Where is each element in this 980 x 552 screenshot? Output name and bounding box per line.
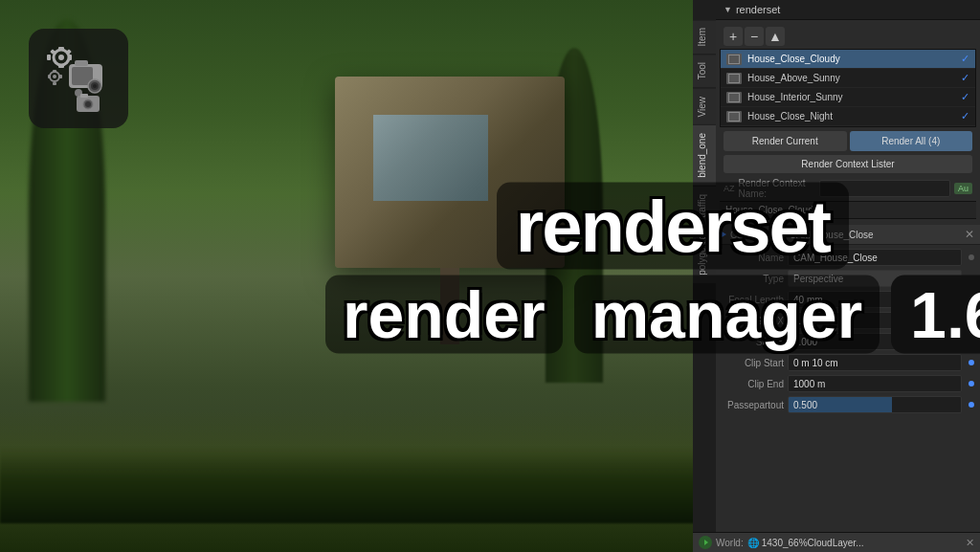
prop-dot-clipstart — [969, 360, 974, 365]
renderset-item-name-1: House_Above_Sunny — [747, 73, 955, 83]
world-close-button[interactable]: ✕ — [966, 537, 974, 549]
logo-area: renderset render manager 1.6 — [325, 182, 980, 353]
logo-icon-container — [29, 29, 128, 128]
renderset-icon — [40, 40, 117, 117]
sidebar-item-view[interactable]: View — [693, 88, 716, 125]
svg-rect-4 — [47, 55, 51, 60]
renderset-item-0[interactable]: House_Close_Cloudy ✓ — [721, 50, 975, 69]
svg-rect-13 — [59, 75, 62, 78]
prop-row-clipend: Clip End 1000 m — [716, 373, 980, 394]
prop-value-clipend[interactable]: 1000 m — [788, 375, 962, 392]
render-all-button[interactable]: Render All (4) — [850, 131, 973, 151]
prop-dot-passepartout — [969, 402, 974, 408]
svg-point-9 — [53, 75, 56, 78]
svg-rect-32 — [729, 113, 739, 121]
render-buttons: Render Current Render All (4) — [720, 127, 976, 155]
renderset-item-1[interactable]: House_Above_Sunny ✓ — [721, 69, 975, 88]
logo-renderset-text: renderset — [497, 182, 849, 269]
context-lister-button[interactable]: Render Context Lister — [724, 155, 972, 173]
prop-dot-clipend — [969, 381, 974, 386]
world-header: World: 🌐 1430_66%CloudLayer... ✕ — [716, 533, 980, 552]
renderset-toolbar: + − ▲ — [720, 24, 976, 49]
panel-header-label: renderset — [736, 4, 780, 15]
world-name: 1430_66%CloudLayer... — [762, 538, 864, 548]
prop-label-passepartout: Passepartout — [722, 400, 784, 410]
svg-rect-26 — [729, 55, 739, 63]
move-up-renderset-button[interactable]: ▲ — [766, 27, 785, 46]
add-renderset-button[interactable]: + — [724, 27, 743, 46]
renderset-item-check-1: ✓ — [961, 72, 969, 84]
renderset-item-name-2: House_Interior_Sunny — [747, 92, 955, 102]
renderset-item-name-0: House_Close_Cloudy — [747, 54, 955, 64]
renderset-item-check-2: ✓ — [961, 91, 969, 103]
world-name-area: 🌐 1430_66%CloudLayer... — [747, 538, 962, 548]
renderset-item-name-3: House_Close_Night — [747, 111, 955, 121]
logo-icon-bg — [29, 29, 128, 128]
prop-value-passepartout[interactable]: 0.500 — [788, 396, 962, 413]
svg-point-23 — [85, 101, 91, 107]
renderset-item-3[interactable]: House_Close_Night ✓ — [721, 107, 975, 126]
renderset-item-check-0: ✓ — [961, 53, 969, 65]
svg-point-18 — [93, 84, 97, 88]
svg-rect-3 — [58, 64, 64, 68]
svg-rect-19 — [75, 60, 88, 66]
renderset-item-2[interactable]: House_Interior_Sunny ✓ — [721, 88, 975, 107]
svg-rect-5 — [68, 55, 72, 60]
svg-rect-30 — [729, 94, 739, 101]
svg-rect-12 — [48, 75, 51, 78]
sidebar-item-item[interactable]: Item — [693, 19, 716, 54]
version-badge: 1.6 — [891, 275, 980, 353]
renderset-item-icon-1 — [726, 73, 742, 84]
renderset-item-icon-0 — [726, 54, 742, 65]
world-label: World: — [716, 538, 744, 548]
svg-point-1 — [58, 55, 64, 60]
logo-manager-text: manager — [574, 275, 880, 353]
prop-row-passepartout: Passepartout 0.500 — [716, 394, 980, 415]
prop-row-clipstart: Clip Start 0 m 10 cm — [716, 352, 980, 373]
renderset-list: House_Close_Cloudy ✓ House_Above_Sunny ✓… — [720, 49, 976, 127]
prop-value-clipstart[interactable]: 0 m 10 cm — [788, 354, 962, 371]
render-current-button[interactable]: Render Current — [724, 131, 847, 151]
svg-rect-24 — [80, 94, 88, 98]
sidebar-item-blend-one[interactable]: blend_one — [693, 124, 716, 186]
panel-triangle-icon: ▼ — [724, 5, 732, 14]
panel-header: ▼ renderset — [716, 0, 980, 20]
prop-label-clipend: Clip End — [722, 379, 784, 389]
renderset-item-check-3: ✓ — [961, 110, 969, 122]
renderset-item-icon-3 — [726, 111, 742, 122]
svg-rect-11 — [53, 82, 56, 85]
renderset-item-icon-2 — [726, 92, 742, 103]
grass-area — [0, 447, 699, 523]
world-section: World: 🌐 1430_66%CloudLayer... ✕ — [716, 532, 980, 552]
prop-label-clipstart: Clip Start — [722, 358, 784, 368]
remove-renderset-button[interactable]: − — [745, 27, 764, 46]
logo-line2: render manager 1.6 — [325, 275, 980, 353]
world-icon: 🌐 — [747, 538, 759, 548]
logo-line1: renderset — [325, 182, 980, 269]
svg-rect-2 — [58, 47, 64, 51]
svg-rect-10 — [53, 70, 56, 73]
logo-render-text: render — [325, 275, 563, 353]
sidebar-item-tool[interactable]: Tool — [693, 54, 716, 87]
svg-rect-28 — [729, 75, 739, 82]
